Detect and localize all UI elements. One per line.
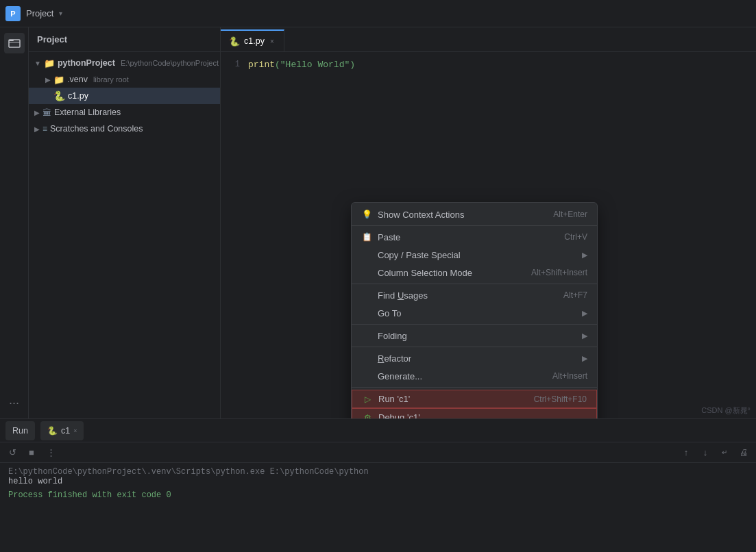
shortcut-paste: Ctrl+V [564, 232, 587, 242]
menu-sep-2 [352, 324, 597, 325]
more-btn[interactable]: ⋮ [44, 446, 58, 460]
project-name: pythonProject [58, 58, 115, 68]
project-panel-icon[interactable] [4, 33, 25, 53]
menu-label-refactor: Refactor [361, 353, 411, 364]
shortcut-run-c1: Ctrl+Shift+F10 [534, 394, 587, 404]
main-layout: ··· Project ▼ 📁 pythonProject E:\pythonC… [0, 27, 756, 418]
menu-item-generate[interactable]: Generate... Alt+Insert [352, 367, 597, 385]
menu-sep-3 [352, 347, 597, 347]
external-libs-label: External Libraries [54, 108, 121, 117]
menu-item-column-selection[interactable]: Column Selection Mode Alt+Shift+Insert [352, 264, 597, 281]
expand-arrow-libs: ▶ [34, 109, 40, 116]
tab-label: c1.py [244, 36, 265, 46]
project-panel-header: Project [29, 27, 220, 52]
menu-sep-4 [352, 387, 597, 388]
menu-item-run-c1[interactable]: ▷ Run 'c1' Ctrl+Shift+F10 [352, 390, 597, 408]
svg-rect-2 [9, 42, 20, 42]
top-bar: P Project ▾ [0, 0, 756, 27]
project-menu-label[interactable]: Project [26, 8, 53, 18]
shortcut-generate: Alt+Insert [552, 371, 587, 381]
print-keyword: print [248, 60, 275, 70]
shortcut-find-usages: Alt+F7 [563, 290, 587, 300]
arrow-copy-paste: ▶ [582, 251, 587, 260]
run-path-text: E:\pythonCode\pythonProject\.venv\Script… [8, 467, 369, 477]
scratches-label: Scratches and Consoles [50, 124, 143, 134]
tree-item-venv[interactable]: ▶ 📁 .venv library root [29, 71, 220, 88]
run-result-line: Process finished with exit code 0 [8, 490, 748, 500]
c1py-label: c1.py [68, 91, 88, 101]
venv-label: .venv [67, 75, 88, 84]
editor-tabs: 🐍 c1.py × [221, 27, 756, 52]
line-content-1: print("Hello World") [248, 60, 355, 70]
project-tree: ▼ 📁 pythonProject E:\pythonCode\pythonPr… [29, 52, 220, 418]
python-file-icon: 🐍 [53, 90, 65, 101]
run-output-line: hello world [8, 477, 748, 486]
expand-arrow: ▼ [34, 60, 41, 67]
watermark: CSDN @新晁° [701, 405, 751, 416]
menu-label-copy-paste-special: Copy / Paste Special [361, 250, 461, 260]
menu-label-folding: Folding [361, 331, 407, 341]
menu-item-paste[interactable]: 📋 Paste Ctrl+V [352, 228, 597, 246]
menu-item-show-context[interactable]: 💡 Show Context Actions Alt+Enter [352, 205, 597, 223]
venv-sublabel: library root [93, 75, 129, 84]
bottom-panel: Run 🐍 c1 × ↺ ■ ⋮ ↑ ↓ ↵ 🖨 E:\pythonCode\p… [0, 418, 756, 552]
shortcut-column-selection: Alt+Shift+Insert [531, 268, 587, 277]
run-tab-label: Run [12, 426, 28, 436]
menu-sep-1 [352, 284, 597, 284]
c1-tab[interactable]: 🐍 c1 × [40, 421, 84, 440]
menu-item-find-usages[interactable]: Find Usages Alt+F7 [352, 286, 597, 304]
menu-label-show-context: 💡 Show Context Actions [361, 210, 464, 220]
menu-item-go-to[interactable]: Go To ▶ [352, 304, 597, 322]
run-icon: ▷ [362, 394, 373, 404]
editor-area: 🐍 c1.py × 1 print("Hello World") 💡 Show … [221, 27, 756, 418]
run-result-text: Process finished with exit code 0 [8, 490, 171, 500]
menu-label-column-selection: Column Selection Mode [361, 268, 472, 278]
run-tab[interactable]: Run [5, 421, 35, 440]
rerun-btn[interactable]: ↺ [5, 446, 19, 460]
bottom-content: E:\pythonCode\pythonProject\.venv\Script… [0, 463, 756, 552]
tree-item-scratches[interactable]: ▶ ≡ Scratches and Consoles [29, 121, 220, 137]
c1-tab-label: c1 [61, 426, 70, 436]
tab-close-btn[interactable]: × [269, 36, 276, 47]
project-panel: Project ▼ 📁 pythonProject E:\pythonCode\… [29, 27, 221, 418]
tab-python-icon: 🐍 [229, 36, 240, 47]
code-line-1: 1 print("Hello World") [221, 58, 756, 71]
arrow-refactor: ▶ [582, 354, 587, 363]
bottom-toolbar: ↺ ■ ⋮ ↑ ↓ ↵ 🖨 [0, 442, 756, 463]
expand-arrow-venv: ▶ [45, 76, 51, 84]
tree-item-c1py[interactable]: 🐍 c1.py [29, 88, 220, 104]
scroll-down-btn[interactable]: ↓ [698, 446, 712, 460]
run-path-line: E:\pythonCode\pythonProject\.venv\Script… [8, 467, 748, 477]
menu-label-debug-c1: ⚙ Debug 'c1' [362, 412, 420, 418]
menu-item-debug-c1[interactable]: ⚙ Debug 'c1' [352, 408, 597, 418]
arrow-goto: ▶ [582, 309, 587, 318]
menu-label-go-to: Go To [361, 308, 401, 318]
project-menu-arrow[interactable]: ▾ [59, 10, 62, 17]
tab-c1py[interactable]: 🐍 c1.py × [221, 29, 284, 51]
soft-wrap-btn[interactable]: ↵ [718, 446, 731, 460]
scroll-up-btn[interactable]: ↑ [679, 446, 693, 460]
expand-arrow-scratch: ▶ [34, 125, 40, 133]
c1-tab-close[interactable]: × [73, 427, 77, 434]
venv-folder-icon: 📁 [53, 75, 64, 85]
ellipsis-icon[interactable]: ··· [4, 392, 25, 413]
tree-item-external-libs[interactable]: ▶ 🏛 External Libraries [29, 104, 220, 121]
project-title: Project [37, 34, 67, 45]
menu-item-refactor[interactable]: Refactor ▶ [352, 349, 597, 367]
tree-item-pythonproject[interactable]: ▼ 📁 pythonProject E:\pythonCode\pythonPr… [29, 55, 220, 71]
menu-label-find-usages: Find Usages [361, 290, 428, 301]
print-btn[interactable]: 🖨 [737, 446, 751, 460]
run-output-text: hello world [8, 477, 62, 486]
folder-icon: 📁 [44, 58, 55, 68]
debug-icon: ⚙ [362, 413, 373, 419]
menu-item-folding[interactable]: Folding ▶ [352, 327, 597, 344]
app-icon: P [5, 6, 21, 21]
menu-label-run-c1: ▷ Run 'c1' [362, 394, 410, 404]
lightbulb-icon: 💡 [361, 210, 372, 219]
stop-btn[interactable]: ■ [25, 446, 38, 460]
menu-item-copy-paste-special[interactable]: Copy / Paste Special ▶ [352, 246, 597, 264]
menu-label-generate: Generate... [361, 371, 422, 381]
line-number-1: 1 [221, 60, 248, 69]
project-path: E:\pythonCode\pythonProject [121, 59, 219, 67]
menu-label-paste: 📋 Paste [361, 232, 400, 242]
